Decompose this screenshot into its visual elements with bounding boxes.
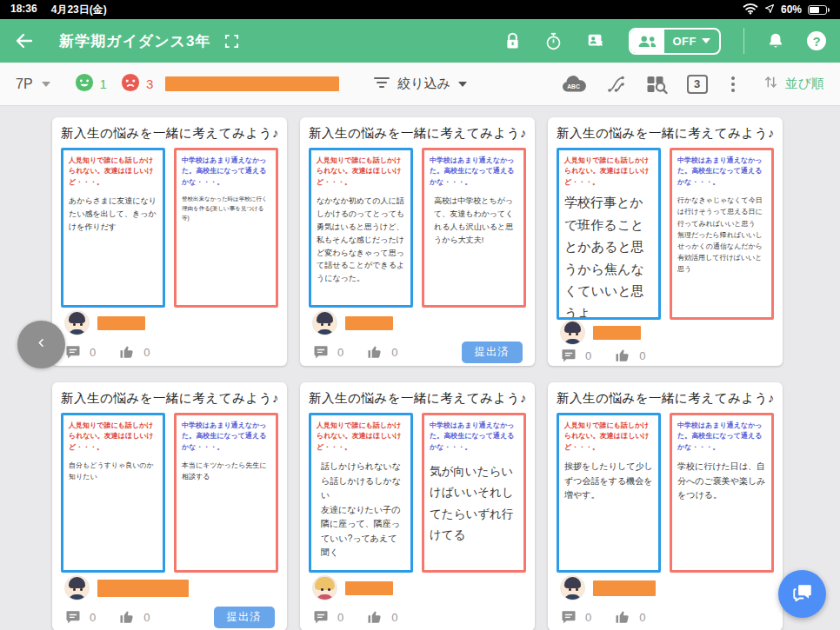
submission-card[interactable]: 新入生の悩みを一緒に考えてみよう♪ 人見知りで誰にも話しかけられない。友達はほし… [300,117,535,366]
chevron-left-icon [35,336,48,353]
status-bar: 18:36 4月23日(金) 60% [0,0,840,19]
sad-count: 3 [146,76,153,91]
comment-count: 0 [585,611,591,624]
comment-icon[interactable] [64,343,82,361]
card-actions: 0 0 提出済 [309,603,526,630]
card-actions: 0 0 提出済 [61,603,278,630]
note-header: 中学校はあまり通えなかった。高校生になって通えるかな・・・。 [182,421,270,453]
toggle-state-label: OFF [673,35,697,48]
thumbs-up-icon[interactable] [118,343,136,361]
sad-face-icon [121,73,140,95]
comment-icon[interactable] [560,347,577,364]
happy-count: 1 [100,76,107,91]
notifications-button[interactable] [767,31,784,50]
card-title: 新入生の悩みを一緒に考えてみよう♪ [309,390,526,407]
sort-label: 並び順 [785,76,824,92]
author-row [557,573,774,603]
card-title: 新入生の悩みを一緒に考えてみよう♪ [309,125,526,142]
thumbs-up-icon[interactable] [366,608,383,626]
page-selector-label: 7P [16,76,33,92]
note-red[interactable]: 中学校はあまり通えなかった。高校生になって通えるかな・・・。 登校出来なかった時… [174,148,278,308]
note-blue[interactable]: 人見知りで誰にも話しかけられない。友達はほしいけど・・・。 自分もどうすりゃ良い… [61,413,165,573]
note-blue[interactable]: 人見知りで誰にも話しかけられない。友達はほしいけど・・・。 話しかけられないなら… [309,413,413,573]
chat-icon [791,581,814,607]
note-red[interactable]: 中学校はあまり通えなかった。高校生になって通えるかな・・・。 高校は中学校とちが… [422,148,526,308]
submission-card[interactable]: 新入生の悩みを一緒に考えてみよう♪ 人見知りで誰にも話しかけられない。友達はほし… [52,382,287,630]
page-selector[interactable]: 7P [16,76,50,92]
like-count: 0 [143,346,150,359]
submission-card[interactable]: 新入生の悩みを一緒に考えてみよう♪ 人見知りで誰にも話しかけられない。友達はほし… [548,117,783,366]
submission-card[interactable]: 新入生の悩みを一緒に考えてみよう♪ 人見知りで誰にも話しかけられない。友達はほし… [52,117,287,366]
caret-down-icon [702,38,710,43]
drawer-toggle-button[interactable] [17,321,65,368]
answer-grid-search-button[interactable] [645,74,669,95]
card-title: 新入生の悩みを一緒に考えてみよう♪ [557,390,774,407]
boy-avatar-icon [312,310,337,335]
author-row [61,308,278,338]
answers-board: 新入生の悩みを一緒に考えてみよう♪ 人見知りで誰にも話しかけられない。友達はほし… [0,106,840,630]
comment-count: 0 [337,346,343,359]
note-red[interactable]: 中学校はあまり通えなかった。高校生になって通えるかな・・・。 学校に行けた日は、… [670,413,774,573]
note-thumbnails: 人見知りで誰にも話しかけられない。友達はほしいけど・・・。 話しかけられないなら… [309,413,526,573]
comment-count: 0 [337,611,343,624]
lock-button[interactable] [503,31,522,51]
boy-avatar-icon [64,575,90,600]
chat-fab-button[interactable] [778,570,826,618]
submission-card[interactable]: 新入生の悩みを一緒に考えてみよう♪ 人見知りで誰にも話しかけられない。友達はほし… [300,382,535,630]
abc-cloud-button[interactable]: ABC [561,75,587,94]
redacted-student-name [97,316,145,330]
sort-arrows-icon [763,75,778,93]
happy-counter[interactable]: 1 [75,73,107,95]
answer-count-box[interactable]: 3 [687,75,708,94]
note-red[interactable]: 中学校はあまり通えなかった。高校生になって通えるかな・・・。 気が向いたらいけば… [422,413,526,573]
submission-card[interactable]: 新入生の悩みを一緒に考えてみよう♪ 人見知りで誰にも話しかけられない。友達はほし… [548,382,783,630]
boy-avatar-icon [64,310,90,335]
note-blue[interactable]: 人見知りで誰にも話しかけられない。友達はほしいけど・・・。 なかなか初めての人に… [309,148,413,308]
submitted-badge: 提出済 [462,342,523,363]
thumbs-up-icon[interactable] [614,608,631,626]
note-blue[interactable]: 人見知りで誰にも話しかけられない。友達はほしいけど・・・。 学校行事とかで班作る… [557,148,661,320]
answer-grid: 新入生の悩みを一緒に考えてみよう♪ 人見知りで誰にも話しかけられない。友達はほし… [52,117,840,630]
boy-avatar-icon [560,575,585,600]
header-divider [743,28,744,54]
question-mark-icon: ? [807,31,826,50]
back-button[interactable] [14,30,35,51]
comment-icon[interactable] [560,608,577,626]
note-header: 人見知りで誰にも話しかけられない。友達はほしいけど・・・。 [564,156,653,188]
screen-share-off-button[interactable] [585,31,606,50]
filter-button[interactable]: 絞り込み [374,76,467,92]
note-blue[interactable]: 人見知りで誰にも話しかけられない。友達はほしいけど・・・。 挨拶をしたりして少し… [557,413,661,573]
note-header: 中学校はあまり通えなかった。高校生になって通えるかな・・・。 [677,156,766,188]
thumbs-up-icon[interactable] [614,347,631,364]
note-thumbnails: 人見知りで誰にも話しかけられない。友達はほしいけど・・・。 なかなか初めての人に… [309,148,526,308]
clock: 18:36 [10,3,37,17]
sort-button[interactable]: 並び順 [763,75,824,93]
comment-icon[interactable] [312,343,330,361]
comment-icon[interactable] [64,608,82,626]
note-body: 本当にキツかったら先生に相談する [182,460,270,482]
sad-counter[interactable]: 3 [121,73,153,95]
help-button[interactable]: ? [807,31,826,50]
shuffle-button[interactable] [605,74,627,95]
timer-button[interactable] [544,31,563,51]
toolbar: 7P 1 3 絞り込み [0,63,840,106]
filter-label: 絞り込み [397,76,450,92]
card-actions: 0 0 提出済 [557,603,774,630]
note-header: 中学校はあまり通えなかった。高校生になって通えるかな・・・。 [677,421,766,453]
thumbs-up-icon[interactable] [366,343,383,361]
student-sharing-toggle[interactable]: OFF [629,28,722,55]
like-count: 0 [639,611,645,624]
redacted-student-name [97,580,189,597]
note-body: 話しかけられないなら話しかけるしかない 友達になりたい子の隣に座って、隣座ってい… [317,460,405,560]
app-header: 新学期ガイダンス3年 [0,19,840,63]
thumbs-up-icon[interactable] [118,608,136,626]
note-body: 学校に行けた日は、自分へのご褒美や楽しみをつける。 [677,460,766,503]
note-red[interactable]: 中学校はあまり通えなかった。高校生になって通えるかな・・・。 本当にキツかったら… [174,413,278,573]
redacted-class-name [165,76,339,91]
note-blue[interactable]: 人見知りで誰にも話しかけられない。友達はほしいけど・・・。 あからさまに友達にな… [61,148,165,308]
note-red[interactable]: 中学校はあまり通えなかった。高校生になって通えるかな・・・。 行かなきゃじゃなく… [670,148,774,320]
note-header: 人見知りで誰にも話しかけられない。友達はほしいけど・・・。 [317,421,405,453]
comment-icon[interactable] [312,608,330,626]
fullscreen-button[interactable] [224,34,239,49]
overflow-menu-button[interactable] [726,75,740,94]
